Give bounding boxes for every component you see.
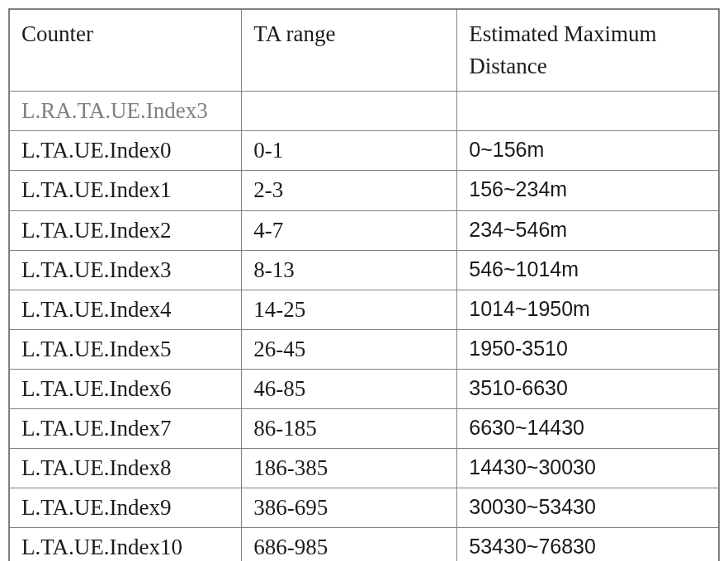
header-counter: Counter bbox=[9, 9, 242, 92]
table-row: L.RA.TA.UE.Index3 bbox=[9, 92, 719, 131]
table-row: L.TA.UE.Index38-13546~1014m bbox=[9, 250, 719, 290]
cell-ta: 0-1 bbox=[242, 131, 457, 171]
cell-counter: L.TA.UE.Index6 bbox=[9, 369, 242, 408]
table-row: L.TA.UE.Index10686-98553430~76830 bbox=[9, 528, 719, 561]
cell-ta: 386-695 bbox=[242, 488, 457, 528]
table-row: L.TA.UE.Index9386-69530030~53430 bbox=[9, 488, 719, 528]
cell-counter: L.TA.UE.Index9 bbox=[9, 488, 242, 528]
cell-distance: 1014~1950m bbox=[457, 290, 719, 329]
cell-distance: 546~1014m bbox=[457, 250, 719, 290]
ta-range-table: Counter TA range Estimated Maximum Dista… bbox=[8, 8, 720, 561]
cell-ta: 14-25 bbox=[242, 290, 457, 329]
cell-ta: 8-13 bbox=[242, 250, 457, 290]
table-row: L.TA.UE.Index00-10~156m bbox=[9, 131, 719, 171]
table-row: L.TA.UE.Index8186-38514430~30030 bbox=[9, 449, 719, 488]
cell-ta: 686-985 bbox=[242, 528, 457, 561]
cell-distance: 234~546m bbox=[457, 210, 719, 250]
table-row: L.TA.UE.Index786-1856630~14430 bbox=[9, 409, 719, 449]
cell-counter: L.TA.UE.Index1 bbox=[9, 171, 242, 210]
cell-counter: L.TA.UE.Index0 bbox=[9, 131, 242, 171]
table-row: L.TA.UE.Index414-251014~1950m bbox=[9, 290, 719, 329]
cell-distance: 14430~30030 bbox=[457, 449, 719, 488]
header-ta-range: TA range bbox=[242, 9, 457, 92]
cell-distance: 30030~53430 bbox=[457, 488, 719, 528]
table-row: L.TA.UE.Index24-7234~546m bbox=[9, 210, 719, 250]
cell-counter: L.TA.UE.Index8 bbox=[9, 449, 242, 488]
cell-ta: 2-3 bbox=[242, 171, 457, 210]
header-distance: Estimated Maximum Distance bbox=[457, 9, 719, 92]
cell-distance: 0~156m bbox=[457, 131, 719, 171]
cell-ta: 26-45 bbox=[242, 329, 457, 369]
cell-counter: L.TA.UE.Index7 bbox=[9, 409, 242, 449]
cell-ta: 86-185 bbox=[242, 409, 457, 449]
cell-distance: 1950-3510 bbox=[457, 329, 719, 369]
table-header-row: Counter TA range Estimated Maximum Dista… bbox=[9, 9, 719, 92]
cell-counter: L.TA.UE.Index3 bbox=[9, 250, 242, 290]
table-row: L.TA.UE.Index526-451950-3510 bbox=[9, 329, 719, 369]
cell-counter: L.TA.UE.Index10 bbox=[9, 528, 242, 561]
cell-distance: 156~234m bbox=[457, 171, 719, 210]
cell-counter: L.TA.UE.Index2 bbox=[9, 210, 242, 250]
cell-distance: 53430~76830 bbox=[457, 528, 719, 561]
cell-ta bbox=[242, 92, 457, 131]
table-row: L.TA.UE.Index12-3156~234m bbox=[9, 171, 719, 210]
cell-counter: L.RA.TA.UE.Index3 bbox=[9, 92, 242, 131]
table-row: L.TA.UE.Index646-853510-6630 bbox=[9, 369, 719, 408]
cell-ta: 46-85 bbox=[242, 369, 457, 408]
cell-counter: L.TA.UE.Index4 bbox=[9, 290, 242, 329]
cell-distance bbox=[457, 92, 719, 131]
cell-distance: 6630~14430 bbox=[457, 409, 719, 449]
cell-distance: 3510-6630 bbox=[457, 369, 719, 408]
cell-ta: 186-385 bbox=[242, 449, 457, 488]
cell-counter: L.TA.UE.Index5 bbox=[9, 329, 242, 369]
cell-ta: 4-7 bbox=[242, 210, 457, 250]
